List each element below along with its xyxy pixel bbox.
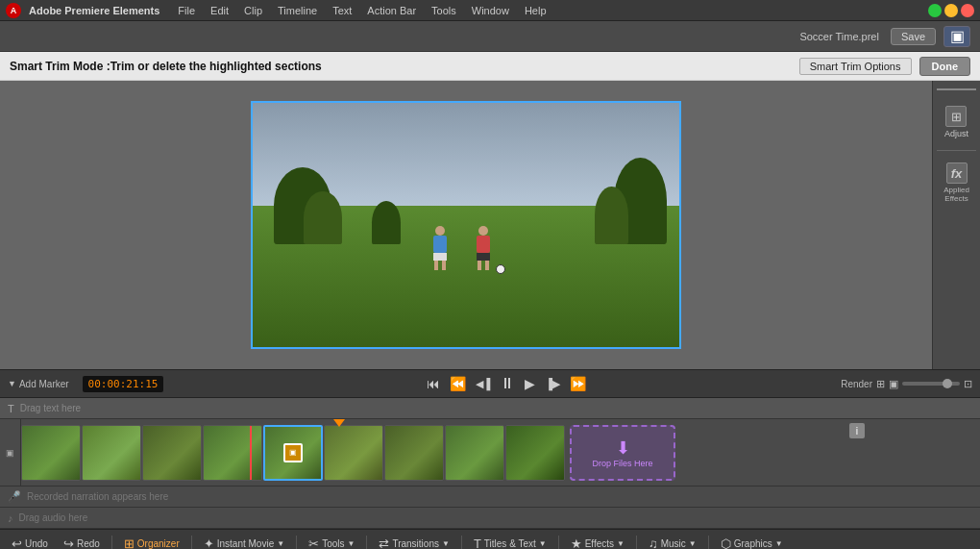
render-slider[interactable] bbox=[902, 382, 960, 386]
drop-arrow-icon: ⬇ bbox=[616, 437, 630, 459]
organizer-button[interactable]: ⊞ Organizer bbox=[118, 535, 185, 549]
instant-movie-button[interactable]: ✦ Instant Movie ▼ bbox=[198, 535, 290, 549]
transitions-button[interactable]: ⇄ Transitions ▼ bbox=[373, 535, 454, 549]
video-track-wrapper: ▣ bbox=[0, 419, 980, 487]
applied-effects-button[interactable]: fx AppliedEffects bbox=[943, 162, 969, 203]
menu-tools[interactable]: Tools bbox=[425, 3, 463, 18]
divider-5 bbox=[461, 536, 462, 550]
clip-4[interactable] bbox=[203, 425, 262, 481]
clip-5-inner: ▣ bbox=[265, 427, 321, 479]
music-icon: ♫ bbox=[649, 537, 658, 549]
video-track-label: ▣ bbox=[0, 419, 21, 486]
narration-label: Recorded narration appears here bbox=[27, 491, 168, 502]
clip-5-selected[interactable]: ▣ bbox=[263, 425, 323, 481]
pause-button[interactable]: ⏸ bbox=[497, 374, 518, 393]
title-bar: Soccer Time.prel Save ▣ bbox=[0, 21, 980, 52]
smart-trim-bar: Smart Trim Mode :Trim or delete the high… bbox=[0, 52, 980, 81]
video-track: ▣ bbox=[0, 419, 980, 487]
frame-back-button[interactable]: ◀▐ bbox=[473, 377, 494, 391]
minimize-button[interactable] bbox=[944, 4, 958, 17]
text-track-label: Drag text here bbox=[20, 403, 81, 413]
undo-icon: ↩ bbox=[12, 537, 22, 549]
right-panel: ⊞ Adjust fx AppliedEffects bbox=[932, 81, 980, 369]
maximize-button[interactable] bbox=[928, 4, 942, 17]
smart-trim-options-button[interactable]: Smart Trim Options bbox=[799, 58, 912, 75]
play-button[interactable]: ▶ bbox=[522, 375, 538, 392]
drop-files-zone[interactable]: ⬇ Drop Files Here bbox=[570, 425, 675, 481]
transitions-chevron: ▼ bbox=[442, 539, 450, 548]
text-track-icon: T bbox=[8, 403, 14, 414]
divider-3 bbox=[296, 536, 297, 550]
app-logo: A bbox=[6, 3, 21, 18]
titles-icon: T bbox=[474, 537, 481, 549]
menu-text[interactable]: Text bbox=[326, 3, 358, 18]
menu-edit[interactable]: Edit bbox=[204, 3, 235, 18]
drop-zone-label: Drop Files Here bbox=[592, 459, 652, 468]
clip-9[interactable] bbox=[505, 425, 565, 481]
menu-file[interactable]: File bbox=[171, 3, 202, 18]
graphics-button[interactable]: ⬡ Graphics ▼ bbox=[715, 535, 789, 549]
undo-button[interactable]: ↩ Undo bbox=[6, 535, 54, 549]
render-area: Render ⊞ ▣ ⊡ bbox=[841, 378, 972, 390]
menu-window[interactable]: Window bbox=[465, 3, 516, 18]
add-marker-button[interactable]: ▼ Add Marker bbox=[8, 379, 69, 389]
menu-help[interactable]: Help bbox=[518, 3, 553, 18]
instant-movie-icon: ✦ bbox=[204, 537, 214, 549]
music-button[interactable]: ♫ Music ▼ bbox=[643, 535, 702, 549]
divider-2 bbox=[191, 536, 192, 550]
effects-button[interactable]: ★ Effects ▼ bbox=[565, 535, 630, 549]
frame-forward-button[interactable]: ▐▶ bbox=[542, 377, 563, 391]
clip-2[interactable] bbox=[82, 425, 141, 481]
step-back-button[interactable]: ⏪ bbox=[447, 375, 469, 392]
render-label: Render bbox=[841, 379, 872, 389]
clip-5-icon: ▣ bbox=[283, 443, 303, 462]
done-button[interactable]: Done bbox=[919, 57, 971, 76]
tools-chevron: ▼ bbox=[347, 539, 355, 548]
timeline-area: T Drag text here ▣ bbox=[0, 398, 980, 529]
applied-effects-label: AppliedEffects bbox=[943, 186, 969, 203]
clip-1[interactable] bbox=[21, 425, 81, 481]
clip-4-inner bbox=[204, 426, 261, 480]
tree-left2 bbox=[304, 191, 342, 244]
panel-divider-top bbox=[937, 88, 976, 90]
render-icon: ⊞ bbox=[876, 378, 885, 390]
window-controls bbox=[928, 4, 974, 17]
save-button[interactable]: Save bbox=[891, 28, 936, 45]
fast-forward-button[interactable]: ⏩ bbox=[567, 375, 589, 392]
tree-center bbox=[372, 201, 401, 244]
share-icon[interactable]: ▣ bbox=[943, 26, 970, 47]
go-to-start-button[interactable]: ⏮ bbox=[424, 375, 443, 392]
tools-button[interactable]: ✂ Tools ▼ bbox=[303, 535, 360, 549]
figure-1 bbox=[431, 226, 449, 269]
titles-text-button[interactable]: T Titles & Text ▼ bbox=[468, 535, 552, 549]
clip-3-inner bbox=[143, 426, 201, 480]
video-content bbox=[253, 103, 679, 347]
redo-button[interactable]: ↪ Redo bbox=[58, 535, 106, 549]
transitions-icon: ⇄ bbox=[379, 537, 389, 549]
menu-action-bar[interactable]: Action Bar bbox=[360, 3, 423, 18]
clip-6[interactable] bbox=[324, 425, 383, 481]
adjust-button[interactable]: ⊞ Adjust bbox=[944, 106, 968, 138]
divider-6 bbox=[558, 536, 559, 550]
divider-4 bbox=[366, 536, 367, 550]
menu-timeline[interactable]: Timeline bbox=[271, 3, 324, 18]
close-window-button[interactable] bbox=[961, 4, 974, 17]
marker-triangle: ▼ bbox=[8, 379, 16, 388]
menu-clip[interactable]: Clip bbox=[237, 3, 269, 18]
organizer-icon: ⊞ bbox=[124, 537, 135, 549]
info-icon[interactable]: i bbox=[849, 423, 865, 438]
project-name: Soccer Time.prel bbox=[799, 31, 879, 42]
effects-chevron: ▼ bbox=[617, 539, 625, 548]
clip-8[interactable] bbox=[445, 425, 504, 481]
instant-movie-chevron: ▼ bbox=[277, 539, 284, 548]
narration-track: 🎤 Recorded narration appears here bbox=[0, 487, 980, 508]
transport-controls: ⏮ ⏪ ◀▐ ⏸ ▶ ▐▶ ⏩ bbox=[177, 374, 835, 393]
clip-6-inner bbox=[325, 426, 382, 480]
audio-drag-icon: ♪ bbox=[8, 512, 13, 524]
graphics-chevron: ▼ bbox=[775, 539, 783, 548]
clip-3[interactable] bbox=[142, 425, 202, 481]
smart-trim-title: Smart Trim Mode :Trim or delete the high… bbox=[10, 60, 792, 73]
tree-right2 bbox=[595, 187, 628, 244]
track-content: ▣ bbox=[21, 419, 980, 486]
clip-7[interactable] bbox=[384, 425, 444, 481]
